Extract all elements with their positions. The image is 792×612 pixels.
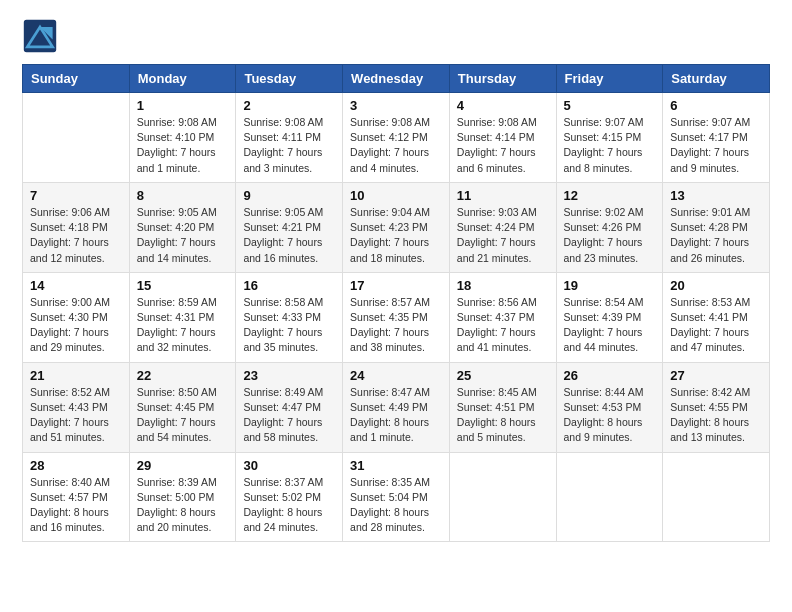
day-number: 2 (243, 98, 335, 113)
calendar-cell: 17Sunrise: 8:57 AMSunset: 4:35 PMDayligh… (343, 272, 450, 362)
day-detail: Sunrise: 8:39 AMSunset: 5:00 PMDaylight:… (137, 475, 229, 536)
calendar-cell: 12Sunrise: 9:02 AMSunset: 4:26 PMDayligh… (556, 182, 663, 272)
day-detail: Sunrise: 9:08 AMSunset: 4:12 PMDaylight:… (350, 115, 442, 176)
day-detail: Sunrise: 8:59 AMSunset: 4:31 PMDaylight:… (137, 295, 229, 356)
day-number: 11 (457, 188, 549, 203)
calendar-cell: 21Sunrise: 8:52 AMSunset: 4:43 PMDayligh… (23, 362, 130, 452)
calendar-cell: 8Sunrise: 9:05 AMSunset: 4:20 PMDaylight… (129, 182, 236, 272)
day-number: 25 (457, 368, 549, 383)
day-detail: Sunrise: 9:05 AMSunset: 4:21 PMDaylight:… (243, 205, 335, 266)
calendar-cell: 31Sunrise: 8:35 AMSunset: 5:04 PMDayligh… (343, 452, 450, 542)
calendar-cell: 6Sunrise: 9:07 AMSunset: 4:17 PMDaylight… (663, 93, 770, 183)
day-number: 9 (243, 188, 335, 203)
day-number: 13 (670, 188, 762, 203)
calendar-cell: 25Sunrise: 8:45 AMSunset: 4:51 PMDayligh… (449, 362, 556, 452)
calendar-cell: 18Sunrise: 8:56 AMSunset: 4:37 PMDayligh… (449, 272, 556, 362)
calendar-cell: 16Sunrise: 8:58 AMSunset: 4:33 PMDayligh… (236, 272, 343, 362)
calendar-cell: 5Sunrise: 9:07 AMSunset: 4:15 PMDaylight… (556, 93, 663, 183)
day-number: 23 (243, 368, 335, 383)
day-detail: Sunrise: 9:08 AMSunset: 4:14 PMDaylight:… (457, 115, 549, 176)
day-number: 22 (137, 368, 229, 383)
calendar-cell: 13Sunrise: 9:01 AMSunset: 4:28 PMDayligh… (663, 182, 770, 272)
day-number: 8 (137, 188, 229, 203)
weekday-header-tuesday: Tuesday (236, 65, 343, 93)
day-detail: Sunrise: 8:40 AMSunset: 4:57 PMDaylight:… (30, 475, 122, 536)
day-detail: Sunrise: 9:06 AMSunset: 4:18 PMDaylight:… (30, 205, 122, 266)
day-number: 7 (30, 188, 122, 203)
week-row-2: 14Sunrise: 9:00 AMSunset: 4:30 PMDayligh… (23, 272, 770, 362)
day-detail: Sunrise: 9:02 AMSunset: 4:26 PMDaylight:… (564, 205, 656, 266)
week-row-4: 28Sunrise: 8:40 AMSunset: 4:57 PMDayligh… (23, 452, 770, 542)
calendar-cell: 27Sunrise: 8:42 AMSunset: 4:55 PMDayligh… (663, 362, 770, 452)
calendar-cell: 7Sunrise: 9:06 AMSunset: 4:18 PMDaylight… (23, 182, 130, 272)
calendar-cell: 2Sunrise: 9:08 AMSunset: 4:11 PMDaylight… (236, 93, 343, 183)
day-detail: Sunrise: 8:49 AMSunset: 4:47 PMDaylight:… (243, 385, 335, 446)
weekday-header-saturday: Saturday (663, 65, 770, 93)
day-number: 17 (350, 278, 442, 293)
calendar-cell: 20Sunrise: 8:53 AMSunset: 4:41 PMDayligh… (663, 272, 770, 362)
calendar-cell: 22Sunrise: 8:50 AMSunset: 4:45 PMDayligh… (129, 362, 236, 452)
calendar-cell: 29Sunrise: 8:39 AMSunset: 5:00 PMDayligh… (129, 452, 236, 542)
calendar-cell (556, 452, 663, 542)
day-number: 16 (243, 278, 335, 293)
calendar-cell: 26Sunrise: 8:44 AMSunset: 4:53 PMDayligh… (556, 362, 663, 452)
calendar-cell: 19Sunrise: 8:54 AMSunset: 4:39 PMDayligh… (556, 272, 663, 362)
calendar-cell: 23Sunrise: 8:49 AMSunset: 4:47 PMDayligh… (236, 362, 343, 452)
day-detail: Sunrise: 9:05 AMSunset: 4:20 PMDaylight:… (137, 205, 229, 266)
page: SundayMondayTuesdayWednesdayThursdayFrid… (0, 0, 792, 612)
day-number: 12 (564, 188, 656, 203)
day-number: 21 (30, 368, 122, 383)
calendar-cell (449, 452, 556, 542)
calendar-cell: 9Sunrise: 9:05 AMSunset: 4:21 PMDaylight… (236, 182, 343, 272)
day-number: 29 (137, 458, 229, 473)
day-number: 4 (457, 98, 549, 113)
day-number: 1 (137, 98, 229, 113)
day-number: 27 (670, 368, 762, 383)
week-row-3: 21Sunrise: 8:52 AMSunset: 4:43 PMDayligh… (23, 362, 770, 452)
week-row-0: 1Sunrise: 9:08 AMSunset: 4:10 PMDaylight… (23, 93, 770, 183)
day-number: 14 (30, 278, 122, 293)
day-number: 30 (243, 458, 335, 473)
day-detail: Sunrise: 8:52 AMSunset: 4:43 PMDaylight:… (30, 385, 122, 446)
day-number: 20 (670, 278, 762, 293)
weekday-header-thursday: Thursday (449, 65, 556, 93)
day-number: 28 (30, 458, 122, 473)
day-detail: Sunrise: 8:54 AMSunset: 4:39 PMDaylight:… (564, 295, 656, 356)
weekday-header-friday: Friday (556, 65, 663, 93)
header (22, 18, 770, 54)
calendar-cell: 24Sunrise: 8:47 AMSunset: 4:49 PMDayligh… (343, 362, 450, 452)
day-number: 15 (137, 278, 229, 293)
day-number: 18 (457, 278, 549, 293)
day-detail: Sunrise: 8:50 AMSunset: 4:45 PMDaylight:… (137, 385, 229, 446)
calendar-cell: 3Sunrise: 9:08 AMSunset: 4:12 PMDaylight… (343, 93, 450, 183)
day-number: 31 (350, 458, 442, 473)
day-detail: Sunrise: 8:35 AMSunset: 5:04 PMDaylight:… (350, 475, 442, 536)
weekday-header-wednesday: Wednesday (343, 65, 450, 93)
day-number: 10 (350, 188, 442, 203)
weekday-header-monday: Monday (129, 65, 236, 93)
calendar-cell: 28Sunrise: 8:40 AMSunset: 4:57 PMDayligh… (23, 452, 130, 542)
day-detail: Sunrise: 8:44 AMSunset: 4:53 PMDaylight:… (564, 385, 656, 446)
calendar-cell: 14Sunrise: 9:00 AMSunset: 4:30 PMDayligh… (23, 272, 130, 362)
logo (22, 18, 62, 54)
calendar-cell: 15Sunrise: 8:59 AMSunset: 4:31 PMDayligh… (129, 272, 236, 362)
calendar-table: SundayMondayTuesdayWednesdayThursdayFrid… (22, 64, 770, 542)
day-detail: Sunrise: 8:56 AMSunset: 4:37 PMDaylight:… (457, 295, 549, 356)
day-number: 5 (564, 98, 656, 113)
day-detail: Sunrise: 9:01 AMSunset: 4:28 PMDaylight:… (670, 205, 762, 266)
day-detail: Sunrise: 9:03 AMSunset: 4:24 PMDaylight:… (457, 205, 549, 266)
calendar-cell: 10Sunrise: 9:04 AMSunset: 4:23 PMDayligh… (343, 182, 450, 272)
day-detail: Sunrise: 9:04 AMSunset: 4:23 PMDaylight:… (350, 205, 442, 266)
weekday-header-row: SundayMondayTuesdayWednesdayThursdayFrid… (23, 65, 770, 93)
calendar-cell: 11Sunrise: 9:03 AMSunset: 4:24 PMDayligh… (449, 182, 556, 272)
calendar-cell: 30Sunrise: 8:37 AMSunset: 5:02 PMDayligh… (236, 452, 343, 542)
day-detail: Sunrise: 8:47 AMSunset: 4:49 PMDaylight:… (350, 385, 442, 446)
day-detail: Sunrise: 8:45 AMSunset: 4:51 PMDaylight:… (457, 385, 549, 446)
week-row-1: 7Sunrise: 9:06 AMSunset: 4:18 PMDaylight… (23, 182, 770, 272)
day-number: 3 (350, 98, 442, 113)
day-detail: Sunrise: 8:57 AMSunset: 4:35 PMDaylight:… (350, 295, 442, 356)
day-detail: Sunrise: 8:37 AMSunset: 5:02 PMDaylight:… (243, 475, 335, 536)
day-detail: Sunrise: 9:00 AMSunset: 4:30 PMDaylight:… (30, 295, 122, 356)
day-detail: Sunrise: 9:07 AMSunset: 4:15 PMDaylight:… (564, 115, 656, 176)
weekday-header-sunday: Sunday (23, 65, 130, 93)
